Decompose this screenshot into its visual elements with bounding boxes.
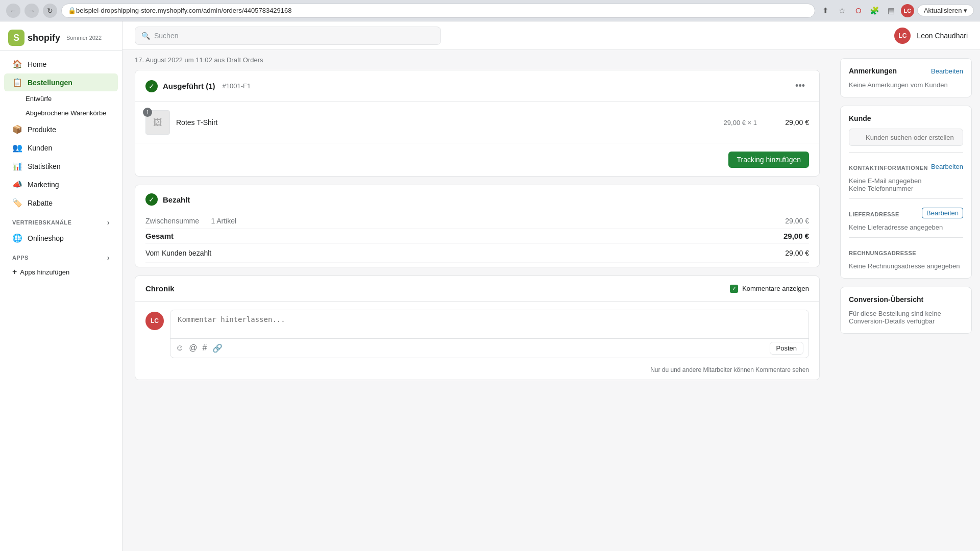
forward-button[interactable]: → xyxy=(24,4,39,18)
divider3 xyxy=(849,237,963,238)
onlineshop-label: Onlineshop xyxy=(28,234,64,242)
conversion-header: Conversion-Übersicht xyxy=(849,295,963,304)
product-row: 1 🖼 Rotes T-Shirt 29,00 € × 1 29,00 € xyxy=(135,102,819,143)
sidebar-item-kunden[interactable]: 👥 Kunden xyxy=(4,139,118,157)
shopify-logo-icon: S xyxy=(8,30,24,46)
anmerkungen-edit-button[interactable]: Bearbeiten xyxy=(931,67,963,75)
search-placeholder: Suchen xyxy=(154,32,178,40)
browser-profile[interactable]: LC xyxy=(901,4,914,17)
add-apps-button[interactable]: + Apps hinzufügen xyxy=(4,264,118,280)
page-subtitle: 17. August 2022 um 11:02 aus Draft Order… xyxy=(122,50,832,70)
customer-search-input[interactable] xyxy=(849,129,963,146)
rechnungsadresse-header: RECHNUNGSADRESSE xyxy=(849,244,963,259)
post-button[interactable]: Posten xyxy=(770,342,803,355)
fulfilled-status-icon: ✓ xyxy=(145,80,158,92)
sidebar-item-statistiken[interactable]: 📊 Statistiken xyxy=(4,157,118,175)
product-price-qty: 29,00 € × 1 xyxy=(724,119,757,127)
content-layout: 17. August 2022 um 11:02 aus Draft Order… xyxy=(122,50,980,551)
image-placeholder-icon: 🖼 xyxy=(153,117,162,128)
comment-avatar-initials: LC xyxy=(151,317,159,324)
payment-header-left: ✓ Bezahlt xyxy=(145,193,190,206)
kommentare-checkbox[interactable]: ✓ xyxy=(730,285,738,293)
kontakt-header: KONTAKTINFORMATIONEN Bearbeiten xyxy=(849,159,963,174)
link-icon[interactable]: 🔗 xyxy=(212,343,223,353)
search-bar[interactable]: 🔍 Suchen xyxy=(135,27,441,45)
subtotal-value: 29,00 € xyxy=(785,217,809,225)
lieferadresse-title: LIEFERADRESSE xyxy=(849,211,899,217)
aktualisieren-button[interactable]: Aktualisieren ▾ xyxy=(917,5,974,16)
payment-card-header: ✓ Bezahlt xyxy=(135,185,819,214)
statistiken-icon: 📊 xyxy=(12,161,22,171)
extensions-icon[interactable]: 🧩 xyxy=(868,4,881,17)
tracking-hinzufügen-button[interactable]: Tracking hinzufügen xyxy=(728,152,809,168)
total-label: Gesamt xyxy=(145,232,174,240)
anmerkungen-card: Anmerkungen Bearbeiten Keine Anmerkungen… xyxy=(840,58,972,97)
subtotal-row: Zwischensumme 1 Artikel 29,00 € xyxy=(145,214,809,229)
anmerkungen-title: Anmerkungen xyxy=(849,67,897,75)
sidebar-item-rabatte[interactable]: 🏷️ Rabatte xyxy=(4,194,118,212)
add-apps-label: Apps hinzufügen xyxy=(20,268,69,276)
apps-section: Apps › xyxy=(0,247,122,264)
content-primary: 17. August 2022 um 11:02 aus Draft Order… xyxy=(122,50,832,551)
anmerkungen-text: Keine Anmerkungen vom Kunden xyxy=(849,81,963,89)
sidebar-item-label: Rabatte xyxy=(28,199,53,207)
chronik-header: Chronik ✓ Kommentare anzeigen xyxy=(135,276,819,302)
emoji-icon[interactable]: ☺ xyxy=(176,343,184,353)
lieferadresse-edit-button[interactable]: Bearbeiten xyxy=(922,208,963,218)
kommentare-check[interactable]: ✓ Kommentare anzeigen xyxy=(730,285,809,293)
bestellungen-icon: 📋 xyxy=(12,78,22,87)
reload-button[interactable]: ↻ xyxy=(43,4,57,18)
apps-chevron-icon: › xyxy=(107,254,110,262)
payment-card: ✓ Bezahlt Zwischensumme 1 Artikel xyxy=(135,185,820,267)
sidebar-item-home[interactable]: 🏠 Home xyxy=(4,55,118,73)
subtotal-label: Zwischensumme 1 Artikel xyxy=(145,217,236,225)
kontakt-edit-button[interactable]: Bearbeiten xyxy=(931,163,963,170)
kontakt-email: Keine E-Mail angegeben xyxy=(849,177,963,185)
kunde-header: Kunde xyxy=(849,114,963,122)
content-sidebar: Anmerkungen Bearbeiten Keine Anmerkungen… xyxy=(832,50,980,551)
sidebar-item-marketing[interactable]: 📣 Marketing xyxy=(4,176,118,193)
comment-input-container: ☺ @ # 🔗 Posten xyxy=(170,310,809,358)
sidebar-item-onlineshop[interactable]: 🌐 Onlineshop xyxy=(4,229,118,247)
sidebar-item-warenkörbe[interactable]: Abgebrochene Warenkörbe xyxy=(4,106,118,120)
paid-row: Vom Kunden bezahlt 29,00 € xyxy=(145,244,809,263)
more-options-button[interactable]: ••• xyxy=(791,79,809,93)
browser-bar: ← → ↻ 🔒 beispiel-dropshipping-store.mysh… xyxy=(0,0,980,21)
marketing-icon: 📣 xyxy=(12,180,22,189)
conversion-card: Conversion-Übersicht Für diese Bestellun… xyxy=(840,287,972,334)
divider xyxy=(849,152,963,153)
lock-icon: 🔒 xyxy=(68,7,76,14)
fulfilled-card: ✓ Ausgeführt (1) #1001-F1 ••• 1 🖼 Ro xyxy=(135,70,820,177)
total-value: 29,00 € xyxy=(783,232,809,240)
payment-title: Bezahlt xyxy=(163,195,190,204)
onlineshop-icon: 🌐 xyxy=(12,233,22,243)
lieferadresse-text: Keine Lieferadresse angegeben xyxy=(849,223,963,231)
entwuerfe-label: Entwürfe xyxy=(26,95,52,103)
product-name: Rotes T-Shirt xyxy=(176,118,718,127)
hashtag-icon[interactable]: # xyxy=(203,343,207,353)
sidebar-item-produkte[interactable]: 📦 Produkte xyxy=(4,120,118,138)
aktualisieren-label: Aktualisieren xyxy=(924,7,962,14)
produkte-icon: 📦 xyxy=(12,124,22,134)
mention-icon[interactable]: @ xyxy=(189,343,197,353)
customer-search-wrap: 🔍 xyxy=(849,129,963,146)
sidebar-icon[interactable]: ▤ xyxy=(885,4,898,17)
share-icon[interactable]: ⬆ xyxy=(819,4,832,17)
bookmark-icon[interactable]: ☆ xyxy=(836,4,849,17)
back-button[interactable]: ← xyxy=(6,4,20,18)
search-icon: 🔍 xyxy=(141,32,150,40)
comment-input[interactable] xyxy=(170,310,808,337)
conversion-title: Conversion-Übersicht xyxy=(849,295,923,304)
sidebar-item-bestellungen[interactable]: 📋 Bestellungen xyxy=(4,73,118,91)
address-bar[interactable]: 🔒 beispiel-dropshipping-store.myshopify.… xyxy=(61,4,815,18)
sidebar-item-entwuerfe[interactable]: Entwürfe xyxy=(4,92,118,106)
home-icon: 🏠 xyxy=(12,59,22,69)
chronik-card: Chronik ✓ Kommentare anzeigen LC xyxy=(135,276,820,380)
comment-avatar: LC xyxy=(145,312,164,330)
opera-icon[interactable]: O xyxy=(852,4,865,17)
total-row: Gesamt 29,00 € xyxy=(145,229,809,244)
topbar-right: LC Leon Chaudhari xyxy=(894,28,968,44)
vertriebskanale-section: Vertriebskanäle › xyxy=(0,212,122,229)
product-image: 1 🖼 xyxy=(145,110,170,135)
topbar: 🔍 Suchen LC Leon Chaudhari xyxy=(122,21,980,50)
